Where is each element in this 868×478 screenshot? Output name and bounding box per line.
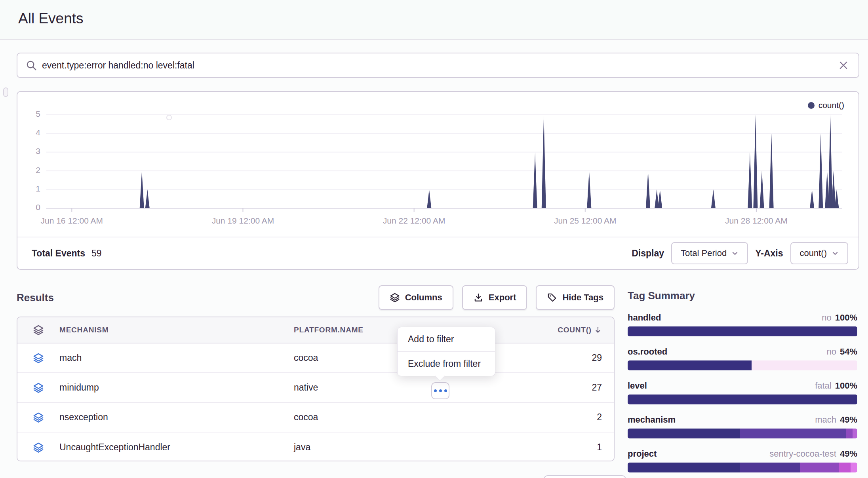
cell-mechanism[interactable]: minidump — [59, 382, 294, 393]
display-dropdown[interactable]: Total Period — [671, 242, 748, 264]
yaxis-label: Y-Axis — [755, 248, 783, 259]
tag-top-value: sentry-cocoa-test — [769, 449, 836, 459]
tag-bar-segment — [740, 463, 800, 472]
chevron-down-icon — [832, 250, 839, 257]
table-row[interactable]: UncaughtExceptionHandler java 1 — [17, 432, 614, 461]
y-axis-tick-label: 2 — [17, 165, 40, 175]
tag-distribution-bar[interactable] — [628, 326, 857, 336]
layers-icon — [17, 353, 59, 364]
tag-bar-segment — [628, 463, 740, 472]
tag-top-value: mach — [815, 415, 836, 425]
yaxis-dropdown[interactable]: count() — [790, 242, 848, 264]
tag-bar-segment — [846, 429, 853, 438]
results-heading: Results — [17, 292, 54, 304]
events-area-chart[interactable] — [46, 111, 842, 214]
y-axis-tick-label: 0 — [17, 203, 40, 212]
tag-top-value: no — [826, 347, 836, 357]
total-events-value: 59 — [91, 248, 102, 259]
tag-top-value: fatal — [815, 381, 832, 391]
tag-distribution-bar[interactable] — [628, 429, 857, 438]
cell-context-menu: Add to filter Exclude from filter — [397, 327, 495, 376]
page-title: All Events — [18, 10, 84, 27]
add-to-filter-menu-item[interactable]: Add to filter — [398, 327, 495, 351]
x-axis-tick-label: Jun 28 12:00 AM — [705, 216, 808, 226]
cell-count: 2 — [554, 412, 614, 423]
tag-percent: 100% — [835, 313, 857, 323]
tag-block: handled no 100% — [628, 313, 857, 336]
tag-icon — [547, 292, 557, 303]
columns-button-label: Columns — [405, 292, 442, 303]
tag-summary-heading: Tag Summary — [628, 290, 857, 302]
count-header-label: COUNT() — [558, 326, 592, 334]
clear-search-icon[interactable] — [838, 60, 849, 71]
tag-block: os.rooted no 54% — [628, 347, 857, 370]
tag-bar-segment — [628, 326, 857, 336]
edge-scroll-handle[interactable] — [3, 87, 8, 97]
tag-distribution-bar[interactable] — [628, 360, 857, 370]
hide-tags-button[interactable]: Hide Tags — [536, 285, 615, 310]
table-row[interactable]: minidump native 27 — [17, 373, 614, 403]
table-header-row: MECHANISM PLATFORM.NAME COUNT() — [17, 317, 614, 343]
columns-button[interactable]: Columns — [379, 285, 453, 310]
cell-mechanism[interactable]: UncaughtExceptionHandler — [59, 442, 294, 453]
export-button-label: Export — [489, 292, 516, 303]
tag-bar-segment — [628, 429, 740, 438]
chevron-down-icon — [731, 250, 739, 257]
search-input[interactable] — [42, 60, 838, 71]
tag-bar-segment — [628, 360, 752, 370]
x-axis-tick-label: Jun 19 12:00 AM — [191, 216, 294, 226]
tag-distribution-bar[interactable] — [628, 463, 857, 472]
tag-bar-segment — [853, 429, 857, 438]
tag-block: level fatal 100% — [628, 381, 857, 404]
cell-mechanism[interactable]: mach — [59, 353, 294, 363]
top-header-bar: All Events — [0, 0, 868, 40]
download-icon — [473, 292, 483, 303]
x-axis-tick-label: Jun 25 12:00 AM — [534, 216, 637, 226]
cell-platform[interactable]: cocoa — [294, 412, 554, 423]
table-row[interactable]: mach cocoa 29 — [17, 343, 614, 373]
tag-bar-segment — [800, 463, 839, 472]
cell-platform[interactable]: java — [294, 442, 554, 453]
cell-actions-button[interactable] — [431, 382, 449, 399]
tag-name: handled — [628, 313, 661, 323]
search-bar[interactable] — [17, 53, 859, 78]
x-axis-tick-label: Jun 22 12:00 AM — [363, 216, 466, 226]
tag-name: project — [628, 449, 657, 459]
tag-name: os.rooted — [628, 347, 667, 357]
total-events-label: Total Events — [32, 248, 85, 259]
layers-icon — [17, 382, 59, 393]
y-axis-tick-label: 3 — [17, 146, 40, 156]
table-row[interactable]: nsexception cocoa 2 — [17, 403, 614, 432]
cell-platform[interactable]: native — [294, 382, 554, 393]
column-header-count[interactable]: COUNT() — [554, 326, 614, 334]
sort-desc-arrow-icon — [594, 326, 602, 334]
exclude-from-filter-menu-item[interactable]: Exclude from filter — [398, 352, 495, 376]
column-header-mechanism[interactable]: MECHANISM — [59, 326, 294, 334]
hide-tags-button-label: Hide Tags — [562, 292, 603, 303]
tag-bar-segment — [839, 463, 851, 472]
display-label: Display — [632, 248, 664, 259]
tag-summary-panel: Tag Summary handled no 100% os.rooted no… — [628, 290, 857, 302]
layers-icon — [17, 412, 59, 423]
tag-bar-segment — [628, 395, 857, 404]
layers-icon — [17, 324, 59, 336]
chart-footer: Total Events 59 Display Total Period Y-A… — [17, 237, 858, 269]
cell-mechanism[interactable]: nsexception — [59, 412, 294, 423]
pagination-button-partial[interactable] — [544, 475, 626, 478]
ellipsis-icon — [434, 389, 437, 392]
y-axis-tick-label: 4 — [17, 128, 40, 137]
display-dropdown-value: Total Period — [681, 248, 727, 258]
y-axis-tick-label: 1 — [17, 184, 40, 193]
results-header: Results Columns Export Hide Tags — [17, 283, 615, 312]
chart-legend[interactable]: count() — [808, 101, 844, 110]
cell-count: 29 — [554, 353, 614, 363]
yaxis-dropdown-value: count() — [800, 248, 827, 258]
tag-block: mechanism mach 49% — [628, 415, 857, 438]
tag-percent: 49% — [840, 415, 857, 425]
tag-distribution-bar[interactable] — [628, 395, 857, 404]
results-table: MECHANISM PLATFORM.NAME COUNT() mach coc… — [17, 317, 615, 461]
tag-bar-segment — [740, 429, 846, 438]
export-button[interactable]: Export — [462, 285, 527, 310]
tag-bar-segment — [752, 360, 857, 370]
events-chart-panel: count() 543210Jun 16 12:00 AMJun 19 12:0… — [17, 91, 859, 270]
